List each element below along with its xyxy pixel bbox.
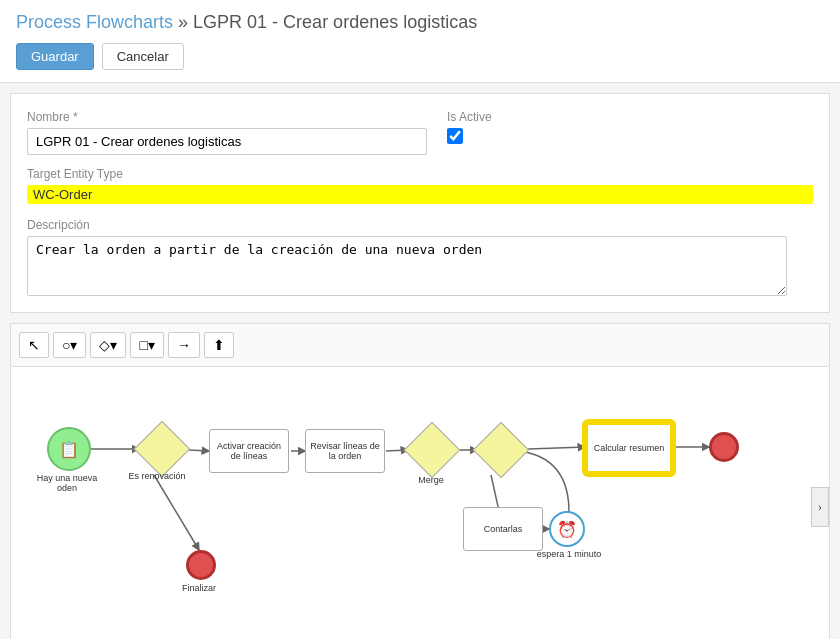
- form-toolbar: Guardar Cancelar: [16, 43, 824, 70]
- node-diamond2[interactable]: [407, 425, 457, 475]
- diagram-canvas: 📋 Hay una nueva oden Es renovación Activ…: [11, 367, 829, 639]
- form-section: Nombre * Is Active Target Entity Type WC…: [10, 93, 830, 313]
- node-diamond3[interactable]: [476, 425, 526, 475]
- scroll-right-button[interactable]: ›: [811, 487, 829, 527]
- node-finalizar-label: Finalizar: [173, 583, 225, 593]
- node-timer[interactable]: ⏰: [549, 511, 585, 547]
- node-timer-label: espera 1 minuto: [533, 549, 605, 559]
- breadcrumb-separator: »: [178, 12, 193, 32]
- node-task3[interactable]: Contarlas: [463, 507, 543, 551]
- target-entity-label: Target Entity Type: [27, 167, 813, 181]
- node-diamond1-label: Es renovación: [121, 471, 193, 481]
- diamond-tool-button[interactable]: ◇▾: [90, 332, 126, 358]
- arrows-svg: [11, 367, 829, 639]
- svg-line-9: [154, 475, 199, 550]
- is-active-checkbox[interactable]: [447, 128, 463, 144]
- breadcrumb: Process Flowcharts » LGPR 01 - Crear ord…: [16, 12, 824, 33]
- node-task2[interactable]: Revisar líneas de la orden: [305, 429, 385, 473]
- node-calcular[interactable]: Calcular resumen: [585, 422, 673, 474]
- node-end1[interactable]: [709, 432, 739, 462]
- cursor-tool-button[interactable]: ↖: [19, 332, 49, 358]
- diagram-section: ↖ ○▾ ◇▾ □▾ → ⬆: [10, 323, 830, 639]
- target-entity-group: Target Entity Type WC-Order: [27, 167, 813, 208]
- diagram-toolbar: ↖ ○▾ ◇▾ □▾ → ⬆: [11, 324, 829, 367]
- node-task1[interactable]: Activar creación de líneas: [209, 429, 289, 473]
- node-start[interactable]: 📋: [47, 427, 91, 471]
- breadcrumb-parent[interactable]: Process Flowcharts: [16, 12, 173, 32]
- form-row-nombre: Nombre * Is Active: [27, 110, 813, 155]
- breadcrumb-current: LGPR 01 - Crear ordenes logisticas: [193, 12, 477, 32]
- node-diamond2-label: Merge: [401, 475, 461, 485]
- node-start-label: Hay una nueva oden: [31, 473, 103, 493]
- descripcion-textarea[interactable]: Crear la orden a partir de la creación d…: [27, 236, 787, 296]
- descripcion-group: Descripción Crear la orden a partir de l…: [27, 218, 813, 296]
- arrow-tool-button[interactable]: →: [168, 332, 200, 358]
- save-button[interactable]: Guardar: [16, 43, 94, 70]
- nombre-group: Nombre *: [27, 110, 427, 155]
- nombre-input[interactable]: [27, 128, 427, 155]
- upload-tool-button[interactable]: ⬆: [204, 332, 234, 358]
- is-active-group: Is Active: [447, 110, 492, 144]
- nombre-label: Nombre *: [27, 110, 427, 124]
- node-finalizar[interactable]: [186, 550, 216, 580]
- node-diamond1[interactable]: [137, 424, 187, 474]
- is-active-label: Is Active: [447, 110, 492, 124]
- cancel-button[interactable]: Cancelar: [102, 43, 184, 70]
- circle-tool-button[interactable]: ○▾: [53, 332, 86, 358]
- target-entity-value[interactable]: WC-Order: [27, 185, 813, 204]
- rect-tool-button[interactable]: □▾: [130, 332, 163, 358]
- descripcion-label: Descripción: [27, 218, 813, 232]
- header: Process Flowcharts » LGPR 01 - Crear ord…: [0, 0, 840, 83]
